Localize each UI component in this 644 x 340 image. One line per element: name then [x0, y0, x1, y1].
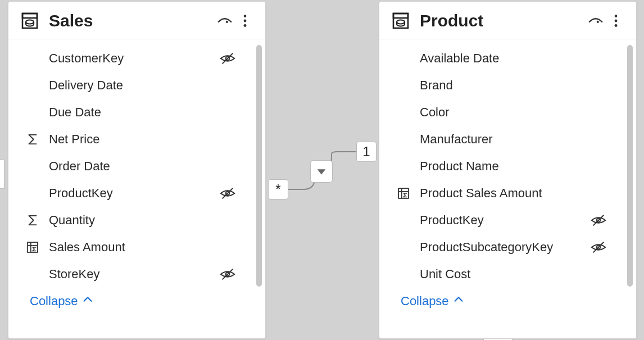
field-icon [24, 104, 41, 121]
field-list: CustomerKey Delivery DateDue Date Net Pr… [21, 45, 258, 288]
field-icon [24, 77, 41, 94]
card-body: Available DateBrandColorManufacturerProd… [379, 39, 636, 338]
svg-point-4 [244, 15, 247, 17]
field-icon [24, 185, 41, 202]
svg-point-20 [615, 15, 618, 17]
field-row[interactable]: Quantity [21, 207, 258, 234]
field-icon [395, 50, 412, 67]
scrollbar[interactable] [627, 45, 633, 287]
field-row[interactable]: Available Date [392, 45, 629, 72]
hidden-icon [218, 184, 237, 203]
canvas-edge-stub [0, 160, 4, 189]
field-row[interactable]: Unit Cost [392, 261, 629, 288]
field-name: ProductKey [420, 213, 589, 228]
collapse-label: Collapse [401, 294, 449, 309]
more-options-button[interactable] [606, 11, 626, 31]
collapse-button[interactable]: Collapse [392, 288, 629, 318]
chevron-down-icon [315, 165, 328, 178]
svg-point-18 [397, 20, 405, 24]
field-name: Product Name [420, 159, 608, 174]
field-row[interactable]: ProductKey [21, 180, 258, 207]
field-row[interactable]: Brand [392, 72, 629, 99]
field-name: StoreKey [49, 267, 218, 282]
measure-icon [24, 239, 41, 256]
field-row[interactable]: Product Name [392, 153, 629, 180]
field-row[interactable]: Product Sales Amount [392, 180, 629, 207]
visibility-button[interactable] [586, 11, 606, 31]
card-header: Sales [8, 2, 265, 39]
field-row[interactable]: StoreKey [21, 261, 258, 288]
field-name: Unit Cost [420, 267, 608, 282]
field-icon [395, 212, 412, 229]
field-row[interactable]: ProductKey [392, 207, 629, 234]
svg-point-5 [244, 20, 247, 22]
chevron-up-icon [449, 293, 465, 309]
visibility-button[interactable] [215, 11, 235, 31]
svg-point-21 [615, 20, 618, 22]
field-name: Product Sales Amount [420, 186, 608, 201]
field-icon [24, 266, 41, 283]
hidden-icon [218, 49, 237, 68]
svg-line-8 [223, 53, 233, 64]
field-row[interactable]: Manufacturer [392, 126, 629, 153]
svg-point-3 [226, 21, 228, 23]
field-row[interactable]: Order Date [21, 153, 258, 180]
svg-point-22 [615, 24, 618, 27]
field-row[interactable]: Net Price [21, 126, 258, 153]
svg-point-6 [244, 24, 247, 27]
field-icon [24, 50, 41, 67]
table-title: Sales [49, 11, 215, 30]
hidden-icon [589, 211, 608, 230]
field-icon [395, 266, 412, 283]
svg-point-2 [26, 20, 34, 24]
svg-line-15 [223, 269, 233, 280]
field-row[interactable]: Delivery Date [21, 72, 258, 99]
field-name: Manufacturer [420, 132, 608, 147]
field-icon [395, 77, 412, 94]
table-icon [392, 12, 410, 30]
cardinality-many-badge[interactable]: * [268, 179, 288, 200]
table-title: Product [420, 11, 586, 30]
field-name: ProductSubcategoryKey [420, 240, 589, 255]
field-row[interactable]: CustomerKey [21, 45, 258, 72]
field-name: Sales Amount [49, 240, 237, 255]
svg-point-19 [597, 21, 599, 23]
field-row[interactable]: ProductSubcategoryKey [392, 234, 629, 261]
field-name: ProductKey [49, 186, 218, 201]
field-name: Available Date [420, 51, 608, 66]
svg-rect-1 [22, 13, 37, 18]
field-row[interactable]: Color [392, 99, 629, 126]
model-canvas[interactable]: Sales CustomerKey Delivery DateDue Date … [0, 0, 644, 340]
svg-rect-17 [393, 13, 408, 18]
field-icon [24, 158, 41, 175]
more-options-button[interactable] [235, 11, 255, 31]
table-card-product[interactable]: Product Available DateBrandColorManufact… [379, 1, 637, 339]
field-name: Due Date [49, 105, 237, 120]
field-list: Available DateBrandColorManufacturerProd… [392, 45, 629, 288]
sigma-icon [24, 131, 41, 148]
field-icon [395, 131, 412, 148]
field-row[interactable]: Sales Amount [21, 234, 258, 261]
hidden-icon [218, 265, 237, 284]
svg-line-10 [223, 188, 233, 199]
field-name: Brand [420, 78, 608, 93]
table-icon [21, 12, 39, 30]
field-icon [395, 104, 412, 121]
collapse-button[interactable]: Collapse [21, 288, 258, 318]
field-name: Quantity [49, 213, 237, 228]
measure-icon [395, 185, 412, 202]
field-icon [395, 158, 412, 175]
svg-line-29 [593, 242, 604, 253]
field-name: CustomerKey [49, 51, 218, 66]
field-row[interactable]: Due Date [21, 99, 258, 126]
cardinality-one-badge[interactable]: 1 [356, 142, 377, 162]
scrollbar[interactable] [256, 45, 262, 287]
field-icon [395, 239, 412, 256]
field-name: Color [420, 105, 608, 120]
filter-direction-badge[interactable] [310, 160, 333, 183]
card-header: Product [379, 2, 636, 39]
card-body: CustomerKey Delivery DateDue Date Net Pr… [8, 39, 265, 338]
table-card-sales[interactable]: Sales CustomerKey Delivery DateDue Date … [8, 1, 266, 339]
svg-line-27 [593, 215, 604, 226]
field-name: Delivery Date [49, 78, 237, 93]
